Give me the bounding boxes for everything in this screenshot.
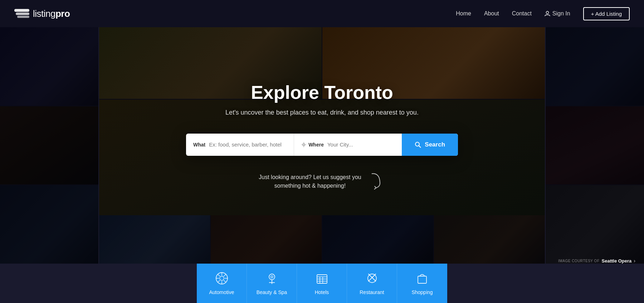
svg-rect-0	[14, 9, 29, 12]
shopping-icon	[416, 272, 429, 287]
beauty-spa-icon	[265, 272, 278, 287]
automotive-label: Automotive	[209, 289, 234, 295]
signin-link[interactable]: Sign In	[545, 10, 570, 17]
restaurant-label: Restaurant	[360, 289, 384, 295]
svg-rect-1	[16, 13, 29, 15]
svg-rect-2	[17, 16, 29, 18]
nav-links: Home About Contact Sign In + Add Listing	[456, 7, 630, 20]
svg-point-3	[546, 11, 548, 14]
add-listing-button[interactable]: + Add Listing	[583, 7, 630, 20]
where-field: Where	[294, 134, 402, 156]
svg-line-18	[218, 274, 220, 276]
category-hotels[interactable]: Hotels	[297, 264, 347, 303]
svg-line-11	[419, 145, 421, 147]
suggestion-line2: something hot & happening!	[259, 182, 361, 190]
nav-about[interactable]: About	[484, 10, 499, 17]
hero-title: Explore Toronto	[251, 82, 393, 103]
suggestion-text: Just looking around? Let us suggest you …	[259, 173, 361, 190]
logo[interactable]: listingpro	[14, 6, 70, 21]
image-courtesy-label: IMAGE COURTESY OF	[558, 259, 599, 263]
navbar: listingpro Home About Contact Sign In + …	[0, 0, 644, 27]
shopping-label: Shopping	[411, 289, 433, 295]
hotels-label: Hotels	[315, 289, 329, 295]
image-courtesy-arrow[interactable]: ›	[634, 258, 635, 264]
svg-line-19	[224, 280, 226, 282]
svg-point-13	[220, 276, 224, 280]
curved-arrow-icon	[362, 167, 389, 196]
svg-point-23	[271, 276, 273, 278]
image-courtesy-name: Seattle Opera	[602, 258, 632, 264]
category-restaurant[interactable]: Restaurant	[347, 264, 397, 303]
nav-contact[interactable]: Contact	[512, 10, 532, 17]
what-input[interactable]	[209, 141, 287, 148]
user-icon	[545, 11, 550, 16]
category-bar: Automotive Beauty & Spa Hotels	[0, 264, 644, 303]
where-input[interactable]	[327, 141, 395, 148]
search-button[interactable]: Search	[402, 134, 458, 156]
image-courtesy: IMAGE COURTESY OF Seattle Opera ›	[558, 258, 635, 264]
what-field: What	[186, 134, 294, 156]
svg-rect-35	[418, 276, 426, 283]
restaurant-icon	[366, 272, 379, 287]
automotive-icon	[215, 272, 228, 287]
nav-home[interactable]: Home	[456, 10, 471, 17]
logo-icon	[14, 6, 29, 21]
category-shopping[interactable]: Shopping	[397, 264, 447, 303]
svg-point-5	[303, 144, 304, 145]
category-beauty-spa[interactable]: Beauty & Spa	[247, 264, 297, 303]
svg-line-21	[218, 280, 220, 282]
logo-text: listingpro	[33, 8, 70, 19]
category-automotive[interactable]: Automotive	[197, 264, 247, 303]
svg-point-22	[269, 274, 275, 280]
hero-content: Explore Toronto Let's uncover the best p…	[0, 0, 644, 303]
where-label: Where	[301, 142, 324, 148]
svg-line-20	[224, 274, 226, 276]
suggestion-area: Just looking around? Let us suggest you …	[259, 170, 385, 193]
what-label: What	[193, 142, 205, 148]
location-icon	[301, 142, 306, 147]
beauty-spa-label: Beauty & Spa	[257, 289, 287, 295]
hotels-icon	[316, 272, 328, 287]
suggestion-line1: Just looking around? Let us suggest you	[259, 173, 361, 182]
search-icon	[415, 141, 421, 148]
search-bar: What Where Search	[186, 134, 458, 156]
svg-point-34	[368, 274, 376, 283]
hero-subtitle: Let's uncover the best places to eat, dr…	[225, 109, 419, 116]
